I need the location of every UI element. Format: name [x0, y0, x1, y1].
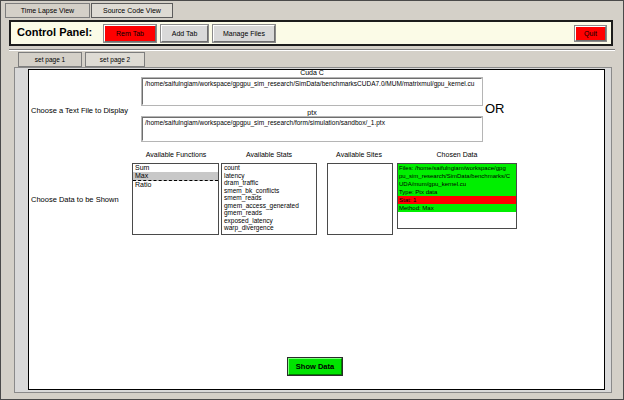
choose-text-file-label: Choose a Text File to Display: [31, 106, 143, 115]
add-tab-button[interactable]: Add Tab: [161, 25, 208, 42]
chosen-data-row[interactable]: Method: Max: [398, 204, 516, 212]
chosen-data-header: Chosen Data: [397, 151, 517, 158]
cuda-file-input[interactable]: /home/saifulngiam/workspace/gpgpu_sim_re…: [142, 78, 482, 105]
list-item-stat[interactable]: gmem_access_generated: [222, 202, 316, 210]
tab-set-page-2[interactable]: set page 2: [85, 52, 145, 67]
cuda-file-label: Cuda C: [271, 69, 353, 76]
list-item-stat[interactable]: warp_divergence: [222, 224, 316, 232]
ptx-file-label: ptx: [291, 109, 333, 116]
chosen-data-row[interactable]: pu_sim_research/SimData/benchmarks/C: [398, 172, 516, 180]
tab-set-page-1[interactable]: set page 1: [18, 52, 82, 67]
divider: [9, 49, 615, 51]
list-item-stat[interactable]: gmem_reads: [222, 209, 316, 217]
chosen-data-row[interactable]: Files: /home/saifulngiam/workspace/gpg: [398, 164, 516, 172]
list-item-function[interactable]: Sum: [133, 164, 218, 172]
control-panel: Control Panel: Rem Tab Add Tab Manage Fi…: [9, 20, 613, 46]
control-panel-title: Control Panel:: [17, 26, 92, 38]
chosen-data-row-missing[interactable]: Stat: 1: [398, 196, 516, 204]
chosen-data-row[interactable]: UDA/mum/gpu_kernel.cu: [398, 180, 516, 188]
available-sites-list[interactable]: [327, 163, 393, 235]
list-item-stat[interactable]: dram_traffic: [222, 179, 316, 187]
ptx-file-input[interactable]: /home/saifulngiam/workspace/gpgpu_sim_re…: [142, 117, 482, 141]
list-item-stat[interactable]: smem_reads: [222, 194, 316, 202]
show-data-button[interactable]: Show Data: [288, 358, 342, 375]
manage-files-button[interactable]: Manage Files: [213, 25, 275, 42]
list-item-function-selected[interactable]: Max: [133, 172, 218, 181]
or-label: OR: [485, 101, 505, 116]
list-item-function[interactable]: Ratio: [133, 181, 218, 189]
list-item-stat[interactable]: exposed_latency: [222, 217, 316, 225]
tab-time-lapse-view[interactable]: Time Lapse View: [5, 3, 90, 18]
available-sites-header: Available Sites: [323, 151, 395, 158]
list-item-stat[interactable]: latency: [222, 172, 316, 180]
chosen-data-row[interactable]: Type: Ptx data: [398, 188, 516, 196]
list-item-stat[interactable]: count: [222, 164, 316, 172]
available-stats-header: Available Stats: [221, 151, 317, 158]
available-functions-list[interactable]: Sum Max Ratio: [132, 163, 219, 235]
choose-data-label: Choose Data to be Shown: [31, 195, 141, 204]
quit-button[interactable]: Quit: [575, 26, 606, 41]
available-functions-header: Available Functions: [132, 151, 220, 158]
available-stats-list[interactable]: count latency dram_traffic smem_bk_confl…: [221, 163, 317, 235]
list-item-stat[interactable]: smem_bk_conflicts: [222, 187, 316, 195]
rem-tab-button[interactable]: Rem Tab: [104, 25, 156, 42]
tab-source-code-view[interactable]: Source Code View: [91, 3, 173, 18]
app-window: Time Lapse View Source Code View Control…: [0, 0, 624, 400]
chosen-data-list[interactable]: Files: /home/saifulngiam/workspace/gpg p…: [397, 163, 517, 229]
